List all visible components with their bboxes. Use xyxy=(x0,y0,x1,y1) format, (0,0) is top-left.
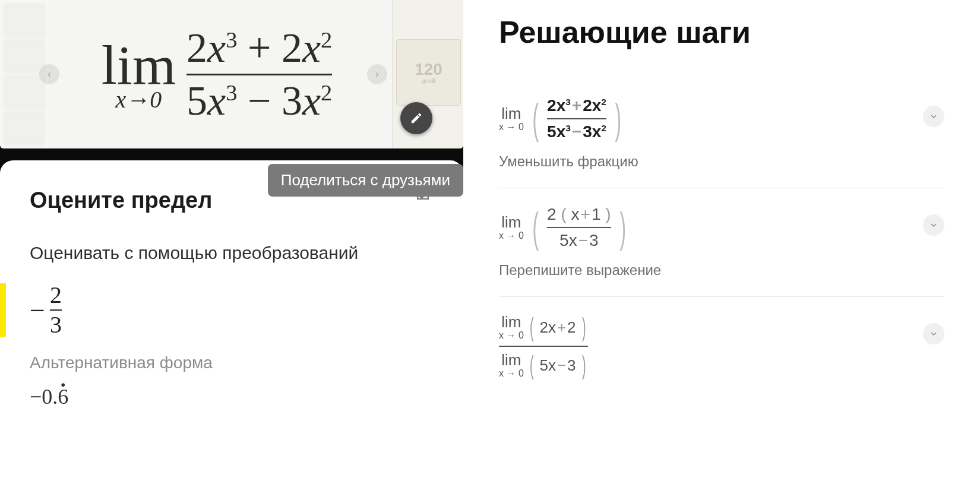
solution-step[interactable]: limx → 0 (2x+2) limx → 0 (5x−3) xyxy=(499,297,944,398)
expand-step-button[interactable] xyxy=(923,214,944,236)
chevron-down-icon xyxy=(929,112,938,121)
step-expression: limx → 0 ( 2x3+2x2 5x3−3x2 ) xyxy=(499,95,638,143)
search-thumb xyxy=(4,75,45,109)
problem-photo: ‹ › 120 дней lim x→0 2x3 + 2x2 5 xyxy=(0,0,463,148)
ad-number: 120 xyxy=(415,61,442,78)
answer-card: Оцените предел Оценивать с помощью преоб… xyxy=(0,160,463,490)
alt-form-label: Альтернативная форма xyxy=(30,353,434,372)
result-row: − 2 3 xyxy=(0,283,463,337)
solution-step[interactable]: limx → 0 ( 2x3+2x2 5x3−3x2 ) Уменьшить ф… xyxy=(499,80,944,188)
chevron-down-icon xyxy=(929,329,938,339)
ad-caption: дней xyxy=(422,78,435,84)
step-caption: Уменьшить фракцию xyxy=(499,153,638,170)
steps-title: Решающие шаги xyxy=(499,14,944,50)
search-thumb xyxy=(4,40,45,74)
left-panel: ‹ › 120 дней lim x→0 2x3 + 2x2 5 xyxy=(0,0,463,490)
step-expression: limx → 0 ( 2 ( x+1 ) 5x−3 ) xyxy=(499,204,661,251)
highlight-stripe xyxy=(0,283,6,337)
chevron-down-icon xyxy=(929,220,938,230)
problem-expression: lim x→0 2x3 + 2x2 5x3 − 3x2 xyxy=(53,6,380,143)
expand-step-button[interactable] xyxy=(923,106,944,127)
card-subtitle: Оценивать с помощью преобразований xyxy=(30,243,434,263)
step-caption: Перепишите выражение xyxy=(499,262,661,279)
alt-form-value: −0.6 xyxy=(30,384,434,409)
solution-step[interactable]: limx → 0 ( 2 ( x+1 ) 5x−3 ) Перепишите в… xyxy=(499,188,944,297)
pencil-icon xyxy=(410,112,423,125)
steps-panel: Решающие шаги limx → 0 ( 2x3+2x2 5x3−3x2… xyxy=(463,0,980,490)
share-tooltip: Поделиться с друзьями xyxy=(268,164,463,197)
result-value: − 2 3 xyxy=(30,283,62,337)
lim-symbol: lim xyxy=(102,37,176,93)
expand-step-button[interactable] xyxy=(923,323,944,344)
search-thumb xyxy=(4,112,45,146)
step-expression: limx → 0 (2x+2) limx → 0 (5x−3) xyxy=(499,312,588,380)
edit-button[interactable] xyxy=(400,102,432,134)
search-thumb xyxy=(4,4,45,37)
